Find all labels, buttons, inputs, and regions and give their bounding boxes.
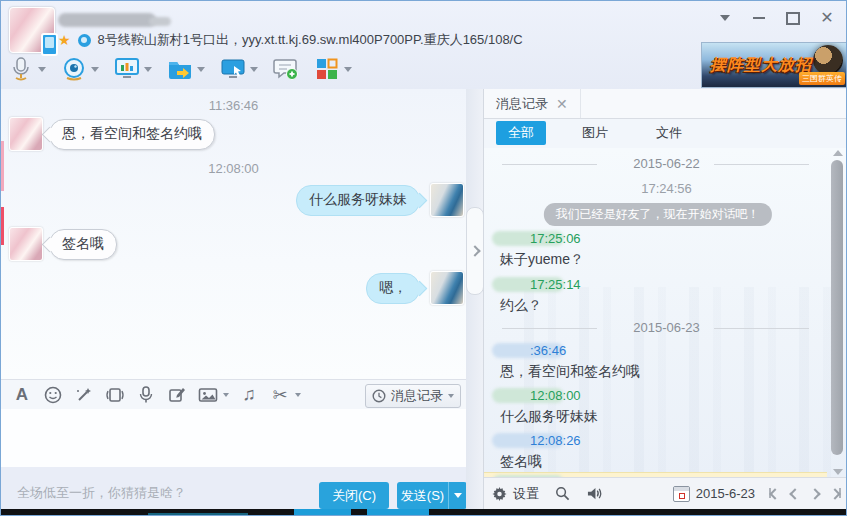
- font-icon[interactable]: A: [11, 384, 33, 406]
- voice-call-icon[interactable]: [7, 56, 34, 83]
- scroll-up-icon[interactable]: [833, 150, 843, 156]
- history-time: 12:08:26: [530, 433, 581, 448]
- apps-grid-caret-icon[interactable]: [344, 67, 352, 72]
- maximize-icon: [786, 12, 800, 25]
- voice-call-caret-icon[interactable]: [38, 67, 46, 72]
- chat-timestamp: 12:08:00: [1, 161, 466, 176]
- history-button-label: 消息记录: [391, 387, 443, 405]
- close-button[interactable]: ✕: [814, 9, 840, 27]
- file-transfer-icon[interactable]: [166, 56, 193, 83]
- screenshot-scissors-icon[interactable]: ✂: [269, 384, 291, 406]
- history-button-caret-icon: [448, 394, 454, 398]
- image-caret-icon[interactable]: [223, 393, 229, 397]
- settings-label[interactable]: 设置: [513, 485, 539, 503]
- search-icon[interactable]: [555, 486, 570, 501]
- gear-icon[interactable]: [492, 486, 507, 501]
- video-call-icon[interactable]: [60, 56, 87, 83]
- tab-all[interactable]: 全部: [496, 121, 546, 145]
- date-separator: 2015-06-23: [484, 320, 847, 335]
- panel-divider: [466, 89, 483, 509]
- new-group-chat-icon[interactable]: [272, 56, 299, 83]
- outgoing-message-bubble: 什么服务呀妹妹: [296, 185, 420, 216]
- magic-wand-icon[interactable]: [73, 384, 95, 406]
- page-navigation: [769, 486, 841, 501]
- history-content[interactable]: 2015-06-22 17:24:56 我们已经是好友了，现在开始对话吧！ 17…: [484, 148, 847, 477]
- history-meta-row: :36:46: [492, 342, 566, 358]
- file-transfer-caret-icon[interactable]: [197, 67, 205, 72]
- scrollbar-thumb[interactable]: [831, 160, 843, 455]
- window-menu-button[interactable]: [712, 9, 738, 27]
- maximize-button[interactable]: [780, 9, 806, 27]
- last-page-button[interactable]: [831, 486, 841, 501]
- tab-images[interactable]: 图片: [570, 121, 620, 145]
- remote-desktop-icon[interactable]: [219, 56, 246, 83]
- screenshot-caret-icon[interactable]: [295, 393, 301, 397]
- remote-desktop-caret-icon[interactable]: [250, 67, 258, 72]
- apps-grid-icon[interactable]: [313, 56, 340, 83]
- chevron-down-icon: [720, 15, 730, 21]
- chevron-left-icon: [769, 488, 780, 499]
- ad-banner[interactable]: 摆阵型大放招 三国群英传: [701, 42, 847, 88]
- outgoing-message-bubble: 嗯，: [366, 273, 420, 304]
- self-avatar[interactable]: [430, 183, 464, 217]
- speaker-icon[interactable]: [586, 486, 603, 501]
- tab-files[interactable]: 文件: [644, 121, 694, 145]
- signature-text: 8号线鞍山新村1号口出，yyy.xt.tt.kj.69.sw.ml400P700…: [98, 31, 523, 49]
- nudge-icon[interactable]: [104, 384, 126, 406]
- ad-badge: 三国群英传: [799, 72, 845, 85]
- clock-icon: [372, 389, 386, 403]
- prev-page-button[interactable]: [791, 486, 799, 501]
- date-picker[interactable]: 2015-6-23: [673, 486, 755, 502]
- message-history-button[interactable]: 消息记录: [365, 384, 461, 408]
- minimize-icon: [753, 17, 765, 19]
- contact-avatar[interactable]: [9, 117, 43, 151]
- history-timestamp: 17:24:56: [484, 181, 847, 196]
- history-meta-row: 17:25:14: [492, 276, 581, 292]
- history-scrollbar[interactable]: [830, 148, 845, 477]
- doodle-icon[interactable]: [166, 384, 188, 406]
- history-tab-title: 消息记录: [496, 95, 548, 113]
- date-separator: 2015-06-22: [484, 156, 847, 171]
- history-tab-close-icon[interactable]: ✕: [556, 96, 568, 112]
- collapse-panel-handle[interactable]: [466, 207, 484, 295]
- contact-name-redacted: [58, 13, 156, 27]
- emoji-icon[interactable]: [42, 384, 64, 406]
- contact-avatar[interactable]: [9, 227, 43, 261]
- medal-icon[interactable]: [78, 34, 91, 47]
- history-message: 妹子yueme？: [500, 251, 584, 269]
- composer-toolbar: A ♫ ✂ 消息记录: [1, 379, 466, 409]
- signature-row: ★ 8号线鞍山新村1号口出，yyy.xt.tt.kj.69.sw.ml400P7…: [58, 31, 523, 49]
- screen-demo-icon[interactable]: [113, 56, 140, 83]
- system-message: 我们已经是好友了，现在开始对话吧！: [543, 203, 771, 226]
- video-call-caret-icon[interactable]: [91, 67, 99, 72]
- first-page-button[interactable]: [769, 486, 779, 501]
- next-page-button[interactable]: [811, 486, 819, 501]
- image-icon[interactable]: [197, 384, 219, 406]
- history-meta-row: 12:08:00: [492, 387, 581, 403]
- avatar[interactable]: [9, 7, 55, 53]
- close-chat-button[interactable]: 关闭(C): [319, 482, 389, 509]
- chat-timestamp: 11:36:46: [1, 98, 466, 113]
- history-tab[interactable]: 消息记录 ✕: [484, 89, 581, 118]
- history-message: 约么？: [500, 297, 542, 315]
- history-meta-row: 17:25:06: [492, 230, 581, 246]
- send-options-button[interactable]: [448, 482, 467, 509]
- send-button[interactable]: 发送(S): [397, 482, 448, 509]
- incoming-message-bubble: 恩，看空间和签名约哦: [49, 119, 215, 150]
- minimize-button[interactable]: [746, 9, 772, 27]
- background-button-fragment: [367, 509, 429, 516]
- scroll-down-icon[interactable]: [833, 469, 843, 475]
- contact-name-redacted-2: [149, 17, 171, 26]
- voice-message-icon[interactable]: [135, 384, 157, 406]
- star-icon[interactable]: ★: [58, 32, 71, 48]
- screen-demo-caret-icon[interactable]: [144, 67, 152, 72]
- message-input[interactable]: [1, 409, 466, 467]
- history-tab-bar: 消息记录 ✕: [484, 89, 847, 119]
- self-avatar[interactable]: [430, 271, 464, 305]
- incoming-message-bubble: 签名哦: [49, 229, 117, 260]
- ad-title: 摆阵型大放招: [710, 55, 812, 76]
- history-message: 什么服务呀妹妹: [500, 408, 598, 426]
- history-footer: 设置 2015-6-23: [484, 477, 847, 509]
- message-area[interactable]: 11:36:46 恩，看空间和签名约哦 12:08:00 什么服务呀妹妹 签名哦…: [1, 89, 466, 379]
- music-icon[interactable]: ♫: [238, 384, 260, 406]
